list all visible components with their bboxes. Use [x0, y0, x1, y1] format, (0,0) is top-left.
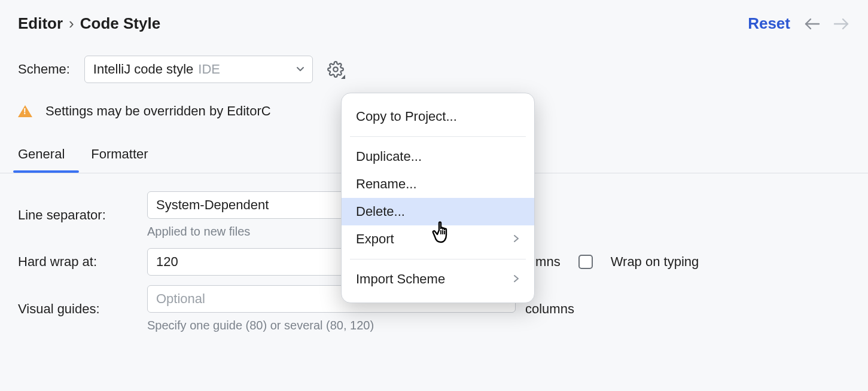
visual-guides-label: Visual guides:: [18, 301, 138, 317]
warning-text: Settings may be overridden by EditorC: [45, 103, 271, 119]
menu-duplicate[interactable]: Duplicate...: [342, 143, 534, 170]
tab-formatter[interactable]: Formatter: [91, 146, 148, 169]
scheme-select[interactable]: IntelliJ code style IDE: [84, 56, 313, 83]
dropdown-corner-icon: [341, 75, 345, 79]
forward-arrow-icon: [833, 17, 850, 30]
menu-export-label: Export: [356, 231, 394, 247]
chevron-right-icon: [513, 271, 520, 287]
chevron-down-icon: [296, 62, 305, 77]
scheme-label: Scheme:: [18, 62, 70, 77]
menu-import-scheme-label: Import Scheme: [356, 271, 445, 287]
back-arrow-icon[interactable]: [803, 17, 820, 30]
menu-rename-label: Rename...: [356, 176, 417, 192]
visual-guides-placeholder: Optional: [156, 291, 205, 307]
menu-rename[interactable]: Rename...: [342, 170, 534, 198]
breadcrumb-separator: ›: [69, 14, 74, 33]
hand-cursor-icon: [431, 218, 455, 248]
reset-link[interactable]: Reset: [748, 14, 790, 33]
hard-wrap-value: 120: [156, 254, 178, 270]
menu-copy-to-project[interactable]: Copy to Project...: [342, 103, 534, 130]
breadcrumb-current: Code Style: [80, 14, 160, 33]
breadcrumb: Editor › Code Style: [18, 14, 160, 33]
menu-import-scheme[interactable]: Import Scheme: [342, 265, 534, 293]
gear-icon[interactable]: [327, 61, 344, 78]
breadcrumb-parent[interactable]: Editor: [18, 14, 63, 33]
menu-duplicate-label: Duplicate...: [356, 149, 422, 164]
scheme-scope-badge: IDE: [198, 62, 220, 77]
line-separator-value: System-Dependent: [156, 197, 269, 213]
warning-icon: [18, 105, 32, 117]
svg-point-2: [333, 67, 337, 71]
tab-general[interactable]: General: [18, 146, 65, 169]
wrap-on-typing-checkbox[interactable]: [578, 255, 593, 269]
chevron-right-icon: [513, 231, 520, 247]
wrap-on-typing-label: Wrap on typing: [611, 254, 699, 270]
scheme-selected-value: IntelliJ code style: [93, 62, 194, 77]
menu-delete-label: Delete...: [356, 204, 405, 219]
visual-guides-help: Specify one guide (80) or several (80, 1…: [147, 319, 516, 332]
line-separator-label: Line separator:: [18, 207, 138, 223]
scheme-actions-popup: Copy to Project... Duplicate... Rename..…: [341, 93, 535, 303]
menu-copy-to-project-label: Copy to Project...: [356, 109, 457, 124]
hard-wrap-label: Hard wrap at:: [18, 254, 138, 270]
columns-suffix: columns: [525, 301, 574, 317]
